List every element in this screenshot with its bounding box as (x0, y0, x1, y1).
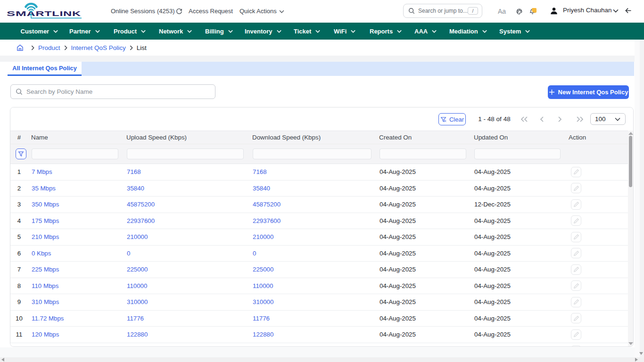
svg-text:ARTLINK: ARTLINK (27, 9, 81, 17)
svg-text:SM: SM (7, 9, 27, 17)
